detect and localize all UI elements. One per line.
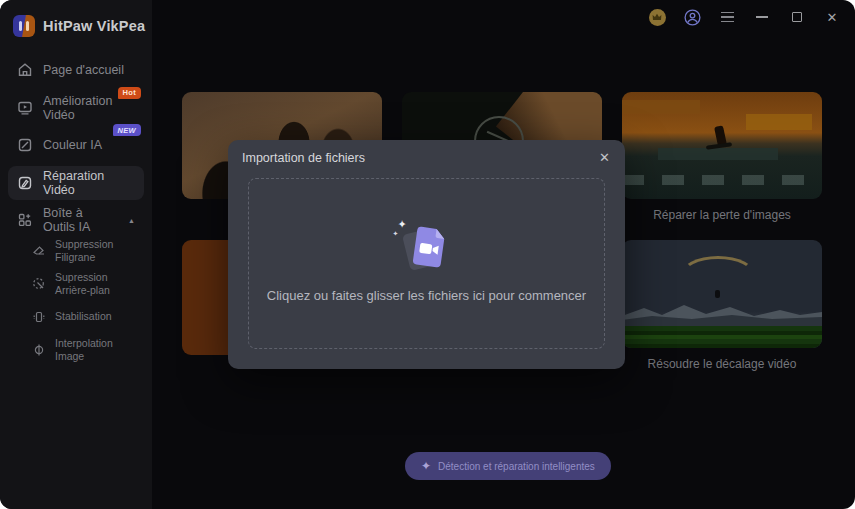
sidebar-item-label: Stabilisation — [55, 310, 141, 323]
sidebar-item-label: Supression Arrière-plan — [55, 271, 141, 296]
color-ai-icon — [17, 137, 33, 153]
dropzone-text: Cliquez ou faites glisser les fichiers i… — [267, 288, 586, 303]
promotion-icon[interactable] — [648, 8, 666, 26]
sidebar-item-ai-toolbox[interactable]: Boîte à Outils IA ▲ — [8, 203, 144, 237]
app-logo-icon — [13, 15, 35, 37]
sidebar-subnav: Suppression Filigrane Supression Arrière… — [32, 239, 148, 371]
sidebar-item-watermark-remover[interactable]: Suppression Filigrane — [32, 239, 148, 262]
file-dropzone[interactable]: ✦ ✦ Cliquez ou faites glisser les fichie… — [248, 178, 605, 349]
ai-toolbox-icon — [17, 212, 33, 228]
sidebar-item-label: Boîte à Outils IA — [43, 206, 116, 234]
field-art — [622, 326, 822, 348]
sidebar-item-video-enhance[interactable]: Amélioration Vidéo Hot — [8, 91, 144, 125]
stabilization-icon — [32, 310, 46, 324]
sparkle-icon: ✦ — [393, 230, 399, 238]
sidebar-item-home[interactable]: Page d'accueil — [8, 53, 144, 87]
home-icon — [17, 62, 33, 78]
background-remover-icon — [32, 277, 46, 291]
video-repair-icon — [17, 175, 33, 191]
glitch-block-art — [746, 114, 812, 130]
paraglider-pilot-art — [715, 290, 720, 298]
watermark-remover-icon — [32, 244, 46, 258]
card-caption-frame-loss: Réparer la perte d'images — [622, 208, 822, 222]
hamburger-icon — [721, 12, 734, 23]
maximize-button[interactable] — [788, 8, 806, 26]
crown-badge-icon — [649, 9, 666, 26]
chevron-up-icon: ▲ — [128, 217, 135, 224]
account-icon[interactable] — [683, 8, 701, 26]
sidebar-item-label: Couleur IA — [43, 138, 102, 152]
app-logo: HitPaw VikPea — [13, 15, 145, 37]
example-card-surfer[interactable] — [622, 92, 822, 199]
sidebar-item-stabilization[interactable]: Stabilisation — [32, 305, 148, 328]
video-file-icon: ✦ ✦ — [402, 224, 452, 272]
app-title: HitPaw VikPea — [43, 18, 145, 34]
sidebar-item-frame-interpolation[interactable]: Interpolation Image — [32, 338, 148, 361]
new-badge: NEW — [113, 124, 141, 136]
sparkle-icon: ✦ — [421, 459, 431, 473]
titlebar: ✕ — [648, 0, 855, 34]
glitch-block-art — [658, 148, 778, 160]
sidebar-item-color-ai[interactable]: Couleur IA NEW — [8, 128, 144, 162]
hot-badge: Hot — [118, 87, 141, 99]
sidebar-nav: Page d'accueil Amélioration Vidéo Hot Co… — [8, 53, 144, 241]
menu-icon[interactable] — [718, 8, 736, 26]
maximize-icon — [792, 12, 802, 22]
frame-interpolation-icon — [32, 343, 46, 357]
smart-repair-button[interactable]: ✦ Détection et réparation intelligentes — [405, 452, 611, 480]
import-modal: Importation de fichiers ✕ ✦ ✦ Cliquez ou… — [228, 140, 625, 369]
minimize-icon — [756, 16, 768, 18]
sidebar-item-label: Réparation Vidéo — [43, 169, 135, 197]
sidebar-item-background-remover[interactable]: Supression Arrière-plan — [32, 272, 148, 295]
sidebar-item-label: Suppression Filigrane — [55, 238, 141, 263]
modal-close-button[interactable]: ✕ — [597, 149, 612, 166]
sidebar-item-label: Page d'accueil — [43, 63, 124, 77]
sidebar-item-label: Interpolation Image — [55, 337, 141, 362]
sidebar-item-video-repair[interactable]: Réparation Vidéo — [8, 166, 144, 200]
video-document-icon — [409, 224, 449, 270]
wave-foam-art — [622, 175, 822, 185]
modal-header: Importation de fichiers ✕ — [228, 140, 625, 172]
modal-title: Importation de fichiers — [242, 151, 365, 165]
close-icon: ✕ — [599, 150, 610, 165]
video-enhance-icon — [17, 100, 33, 116]
sidebar: HitPaw VikPea Page d'accueil Amélioratio… — [0, 0, 152, 509]
app-window: ✕ HitPaw VikPea Page d'accueil Améliorat… — [0, 0, 855, 509]
smart-repair-label: Détection et réparation intelligentes — [438, 461, 595, 472]
glitch-block-art — [622, 100, 700, 114]
close-button[interactable]: ✕ — [823, 8, 841, 26]
minimize-button[interactable] — [753, 8, 771, 26]
sparkle-icon: ✦ — [398, 218, 407, 231]
mountains-art — [622, 302, 822, 326]
card-caption-video-lag: Résoudre le décalage vidéo — [622, 357, 822, 371]
close-icon: ✕ — [827, 11, 838, 24]
example-card-paraglider[interactable] — [622, 240, 822, 348]
